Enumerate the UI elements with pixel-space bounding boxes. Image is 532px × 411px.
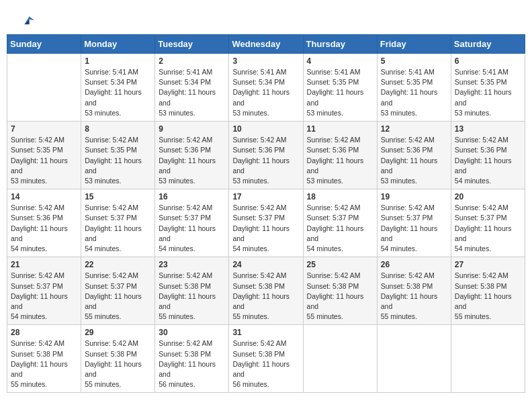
day-info: Sunrise: 5:41 AMSunset: 5:35 PMDaylight:… (307, 67, 373, 118)
day-info: Sunrise: 5:42 AMSunset: 5:38 PMDaylight:… (307, 271, 373, 322)
day-number: 24 (232, 260, 299, 269)
calendar-cell: 16Sunrise: 5:42 AMSunset: 5:37 PMDayligh… (155, 189, 229, 257)
day-number: 29 (85, 328, 151, 337)
calendar-cell: 29Sunrise: 5:42 AMSunset: 5:38 PMDayligh… (81, 325, 155, 393)
day-info: Sunrise: 5:42 AMSunset: 5:36 PMDaylight:… (307, 135, 373, 186)
day-number: 14 (11, 192, 77, 201)
calendar-cell: 28Sunrise: 5:42 AMSunset: 5:38 PMDayligh… (7, 325, 81, 393)
day-info: Sunrise: 5:42 AMSunset: 5:38 PMDaylight:… (381, 271, 447, 322)
calendar-cell: 19Sunrise: 5:42 AMSunset: 5:37 PMDayligh… (377, 189, 451, 257)
calendar-week-row: 7Sunrise: 5:42 AMSunset: 5:35 PMDaylight… (7, 122, 525, 189)
day-info: Sunrise: 5:42 AMSunset: 5:37 PMDaylight:… (307, 203, 373, 254)
column-header-thursday: Thursday (303, 35, 377, 54)
day-number: 21 (11, 260, 77, 269)
day-number: 6 (455, 56, 521, 66)
calendar-cell: 8Sunrise: 5:42 AMSunset: 5:35 PMDaylight… (81, 122, 155, 189)
day-number: 20 (455, 192, 521, 201)
day-number: 19 (381, 192, 447, 201)
calendar-cell: 11Sunrise: 5:42 AMSunset: 5:36 PMDayligh… (303, 122, 377, 189)
calendar-week-row: 1Sunrise: 5:41 AMSunset: 5:34 PMDaylight… (7, 54, 525, 122)
day-info: Sunrise: 5:42 AMSunset: 5:36 PMDaylight:… (455, 135, 521, 186)
day-info: Sunrise: 5:42 AMSunset: 5:36 PMDaylight:… (11, 203, 77, 254)
day-number: 22 (85, 260, 151, 269)
day-info: Sunrise: 5:41 AMSunset: 5:34 PMDaylight:… (232, 67, 299, 118)
calendar-week-row: 28Sunrise: 5:42 AMSunset: 5:38 PMDayligh… (7, 325, 525, 393)
day-info: Sunrise: 5:42 AMSunset: 5:38 PMDaylight:… (11, 338, 77, 390)
calendar-cell: 6Sunrise: 5:41 AMSunset: 5:35 PMDaylight… (451, 54, 525, 122)
day-number: 26 (381, 260, 447, 269)
day-number: 9 (159, 124, 225, 134)
logo (17, 13, 34, 26)
calendar-cell: 15Sunrise: 5:42 AMSunset: 5:37 PMDayligh… (81, 189, 155, 257)
calendar-cell: 20Sunrise: 5:42 AMSunset: 5:37 PMDayligh… (451, 189, 525, 257)
calendar-week-row: 14Sunrise: 5:42 AMSunset: 5:36 PMDayligh… (7, 189, 525, 257)
calendar-cell: 4Sunrise: 5:41 AMSunset: 5:35 PMDaylight… (303, 54, 377, 122)
day-info: Sunrise: 5:42 AMSunset: 5:37 PMDaylight:… (455, 203, 521, 254)
day-info: Sunrise: 5:42 AMSunset: 5:37 PMDaylight:… (381, 203, 447, 254)
day-number: 23 (159, 260, 225, 269)
calendar-cell (451, 325, 525, 393)
calendar-cell: 12Sunrise: 5:42 AMSunset: 5:36 PMDayligh… (377, 122, 451, 189)
day-number: 12 (381, 124, 447, 134)
logo-bird-icon (19, 13, 34, 28)
calendar-cell: 27Sunrise: 5:42 AMSunset: 5:38 PMDayligh… (451, 257, 525, 325)
day-number: 16 (159, 192, 225, 201)
calendar-cell: 26Sunrise: 5:42 AMSunset: 5:38 PMDayligh… (377, 257, 451, 325)
column-header-tuesday: Tuesday (155, 35, 229, 54)
calendar-cell: 17Sunrise: 5:42 AMSunset: 5:37 PMDayligh… (229, 189, 303, 257)
day-info: Sunrise: 5:42 AMSunset: 5:37 PMDaylight:… (159, 203, 225, 254)
day-number: 27 (455, 260, 521, 269)
day-number: 2 (159, 56, 225, 66)
day-number: 17 (232, 192, 299, 201)
calendar-cell: 14Sunrise: 5:42 AMSunset: 5:36 PMDayligh… (7, 189, 81, 257)
calendar-cell: 18Sunrise: 5:42 AMSunset: 5:37 PMDayligh… (303, 189, 377, 257)
calendar-cell: 30Sunrise: 5:42 AMSunset: 5:38 PMDayligh… (155, 325, 229, 393)
day-number: 1 (85, 56, 151, 66)
day-number: 31 (232, 328, 299, 337)
calendar-table: SundayMondayTuesdayWednesdayThursdayFrid… (7, 34, 525, 393)
calendar-cell: 21Sunrise: 5:42 AMSunset: 5:37 PMDayligh… (7, 257, 81, 325)
day-info: Sunrise: 5:42 AMSunset: 5:38 PMDaylight:… (232, 338, 299, 390)
day-info: Sunrise: 5:42 AMSunset: 5:38 PMDaylight:… (85, 338, 151, 390)
calendar-cell (303, 325, 377, 393)
day-info: Sunrise: 5:42 AMSunset: 5:37 PMDaylight:… (11, 271, 77, 322)
calendar-cell: 7Sunrise: 5:42 AMSunset: 5:35 PMDaylight… (7, 122, 81, 189)
day-info: Sunrise: 5:42 AMSunset: 5:37 PMDaylight:… (85, 271, 151, 322)
day-number: 13 (455, 124, 521, 134)
calendar-cell: 25Sunrise: 5:42 AMSunset: 5:38 PMDayligh… (303, 257, 377, 325)
calendar-cell: 9Sunrise: 5:42 AMSunset: 5:36 PMDaylight… (155, 122, 229, 189)
day-number: 25 (307, 260, 373, 269)
day-number: 10 (232, 124, 299, 134)
calendar-cell: 1Sunrise: 5:41 AMSunset: 5:34 PMDaylight… (81, 54, 155, 122)
calendar-header-row: SundayMondayTuesdayWednesdayThursdayFrid… (7, 35, 525, 54)
day-info: Sunrise: 5:41 AMSunset: 5:35 PMDaylight:… (381, 67, 447, 118)
day-info: Sunrise: 5:42 AMSunset: 5:36 PMDaylight:… (159, 135, 225, 186)
column-header-monday: Monday (81, 35, 155, 54)
day-number: 7 (11, 124, 77, 134)
day-number: 3 (232, 56, 299, 66)
calendar-week-row: 21Sunrise: 5:42 AMSunset: 5:37 PMDayligh… (7, 257, 525, 325)
day-number: 28 (11, 328, 77, 337)
day-info: Sunrise: 5:42 AMSunset: 5:38 PMDaylight:… (159, 338, 225, 390)
calendar-cell (7, 54, 81, 122)
day-info: Sunrise: 5:42 AMSunset: 5:35 PMDaylight:… (85, 135, 151, 186)
day-info: Sunrise: 5:42 AMSunset: 5:37 PMDaylight:… (85, 203, 151, 254)
day-info: Sunrise: 5:42 AMSunset: 5:36 PMDaylight:… (232, 135, 299, 186)
column-header-wednesday: Wednesday (229, 35, 303, 54)
calendar-cell: 13Sunrise: 5:42 AMSunset: 5:36 PMDayligh… (451, 122, 525, 189)
day-number: 15 (85, 192, 151, 201)
day-info: Sunrise: 5:41 AMSunset: 5:35 PMDaylight:… (455, 67, 521, 118)
column-header-sunday: Sunday (7, 35, 81, 54)
column-header-saturday: Saturday (451, 35, 525, 54)
day-number: 11 (307, 124, 373, 134)
day-info: Sunrise: 5:41 AMSunset: 5:34 PMDaylight:… (85, 67, 151, 118)
day-info: Sunrise: 5:42 AMSunset: 5:38 PMDaylight:… (455, 271, 521, 322)
day-info: Sunrise: 5:42 AMSunset: 5:38 PMDaylight:… (159, 271, 225, 322)
day-info: Sunrise: 5:42 AMSunset: 5:36 PMDaylight:… (381, 135, 447, 186)
calendar-cell: 5Sunrise: 5:41 AMSunset: 5:35 PMDaylight… (377, 54, 451, 122)
day-number: 30 (159, 328, 225, 337)
day-number: 8 (85, 124, 151, 134)
day-info: Sunrise: 5:42 AMSunset: 5:35 PMDaylight:… (11, 135, 77, 186)
calendar-cell: 22Sunrise: 5:42 AMSunset: 5:37 PMDayligh… (81, 257, 155, 325)
day-info: Sunrise: 5:42 AMSunset: 5:38 PMDaylight:… (232, 271, 299, 322)
